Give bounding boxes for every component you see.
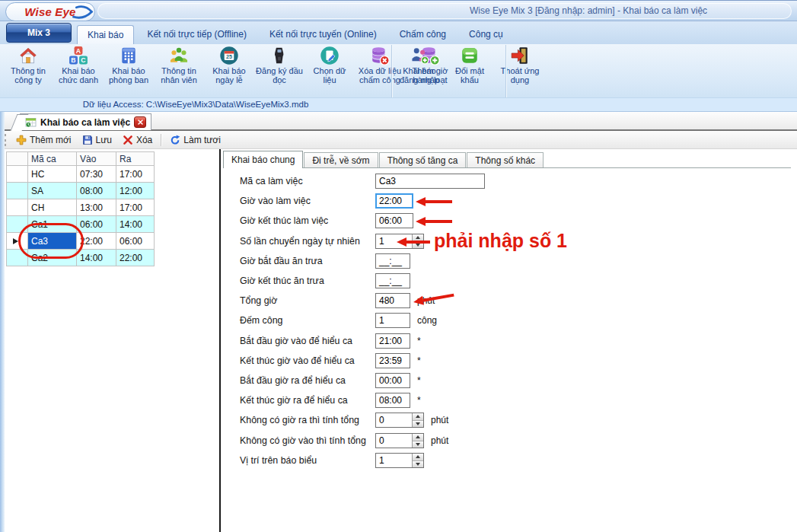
save-button[interactable]: Lưu [77,132,117,148]
form-row-12: Không có giờ ra thì tính tổng0phút [240,413,797,428]
holiday-button[interactable]: 25Khai báo ngày lễ [204,45,254,85]
shift-cell-vao[interactable]: 22:00 [77,233,116,250]
field-control: 00:00* [375,373,421,388]
column-header[interactable]: Ra [116,152,155,166]
shift-cell-ma-ca[interactable]: Ca1 [28,216,77,233]
spinner-value[interactable]: 1 [376,454,412,467]
shift-cell-ra[interactable]: 17:00 [116,199,155,216]
row-selector-cell[interactable] [7,216,28,233]
delete-button[interactable]: Xóa [117,132,158,148]
field-input[interactable]: 23:59 [375,353,410,368]
row-selector-cell[interactable] [7,183,28,199]
row-selector-cell[interactable] [7,166,28,183]
shift-row-hc[interactable]: HC07:3017:00 [7,166,155,183]
shift-cell-ma-ca[interactable]: CH [28,199,77,216]
row-selector-cell[interactable] [7,233,28,250]
field-input[interactable]: 21:00 [375,333,410,349]
shift-row-ca2[interactable]: Ca214:0022:00 [7,250,155,266]
spinner-up-button[interactable] [413,454,423,461]
column-header[interactable]: Mã ca [28,152,77,166]
select-data-button[interactable]: Chọn dữ liệu [304,45,355,85]
field-input[interactable]: __:__ [375,253,410,269]
spinner-down-button[interactable] [413,242,423,249]
spinner-up-button[interactable] [413,234,423,242]
form-row-1: Giờ vào làm việc22:00 [240,193,797,209]
department-button[interactable]: Khai báo phòng ban [104,45,154,85]
field-input[interactable]: 08:00 [375,393,410,408]
shift-row-ca1[interactable]: Ca106:0014:00 [7,216,155,233]
login-button[interactable]: Khai báo đăng nhập [394,45,445,85]
toolbar-button-label: Xóa [136,135,152,145]
shift-cell-ma-ca[interactable]: Ca3 [28,233,77,250]
company-button[interactable]: Thông tin công ty [3,45,53,85]
field-input[interactable]: 06:00 [375,213,413,228]
shift-row-ch[interactable]: CH13:0017:00 [7,199,155,216]
detail-tab-1[interactable]: Đi trễ, về sớm [304,152,378,167]
ribbon-tab-3[interactable]: Chấm công [390,25,456,43]
shift-cell-ma-ca[interactable]: HC [28,166,77,183]
shift-cell-vao[interactable]: 14:00 [77,250,116,266]
shift-cell-ra[interactable]: 14:00 [116,216,155,233]
annotation-arrow-icon [416,196,452,206]
shift-cell-vao[interactable]: 08:00 [77,183,116,199]
field-suffix: * [417,336,421,346]
spinner-down-button[interactable] [413,441,423,448]
field-input[interactable]: 00:00 [375,373,410,388]
close-tab-button[interactable] [134,116,146,128]
field-spinner[interactable]: 0 [375,413,424,428]
app-window: Wise Eye Wise Eye Mix 3 [Đăng nhập: admi… [0,0,797,532]
add-button[interactable]: Thêm mới [11,132,77,148]
field-spinner[interactable]: 0 [375,433,424,448]
save-icon [82,135,93,145]
spinner-value[interactable]: 1 [376,234,412,248]
employee-button[interactable]: Thông tin nhân viên [154,45,204,85]
svg-text:25: 25 [226,54,232,59]
field-input[interactable]: __:__ [375,273,410,288]
field-input[interactable]: 1 [375,313,410,328]
ribbon-tab-0[interactable]: Khai báo [77,25,134,44]
shift-cell-ra[interactable]: 06:00 [116,233,155,250]
ribbon-tab-2[interactable]: Kết nối trực tuyến (Online) [260,25,387,43]
spinner-up-button[interactable] [413,434,423,441]
spinner-up-button[interactable] [413,413,423,421]
shift-cell-vao[interactable]: 13:00 [77,199,116,216]
field-control: 23:59* [375,353,421,368]
title-button[interactable]: ABCKhai báo chức danh [53,45,104,85]
spinner-down-button[interactable] [413,421,423,428]
password-button[interactable]: Đổi mật khẩu [445,45,495,85]
spinner-down-button[interactable] [413,461,423,468]
detail-tab-0[interactable]: Khai báo chung [223,151,303,168]
field-spinner[interactable]: 1 [375,234,424,249]
spinner-value[interactable]: 0 [376,434,412,448]
reader-button[interactable]: Đăng ký đầu đọc [254,45,304,85]
column-header[interactable]: Vào [77,152,116,166]
document-tab-shift-declaration[interactable]: Khai báo ca làm việc [20,113,151,130]
shift-cell-ra[interactable]: 22:00 [116,250,155,266]
ribbon-tab-4[interactable]: Công cụ [459,25,513,43]
form-row-13: Không có giờ vào thì tính tổng0phút [240,433,797,448]
ribbon-body: Thông tin công tyABCKhai báo chức danhKh… [0,44,797,97]
shift-cell-ra[interactable]: 12:00 [116,183,155,199]
exit-button[interactable]: Thoát ứng dụng [495,45,545,85]
row-selector-cell[interactable] [7,250,28,266]
app-menu-button[interactable]: Mix 3 [6,23,72,43]
shift-cell-vao[interactable]: 06:00 [77,216,116,233]
field-input[interactable]: 22:00 [375,193,413,209]
spinner-value[interactable]: 0 [376,413,412,427]
shift-row-sa[interactable]: SA08:0012:00 [7,183,155,199]
refresh-button[interactable]: Làm tươi [164,132,226,148]
shift-cell-ma-ca[interactable]: Ca2 [28,250,77,266]
detail-tab-2[interactable]: Thông số tăng ca [379,152,467,167]
detail-tab-3[interactable]: Thông số khác [467,152,544,167]
shift-cell-ma-ca[interactable]: SA [28,183,77,199]
field-label: Tổng giờ [240,293,277,308]
row-selector-cell[interactable] [7,199,28,216]
ribbon-tab-1[interactable]: Kết nối trực tiếp (Offline) [137,25,257,43]
shift-cell-ra[interactable]: 17:00 [116,166,155,183]
shift-cell-vao[interactable]: 07:30 [77,166,116,183]
field-spinner[interactable]: 1 [375,453,424,468]
field-input[interactable]: Ca3 [375,174,485,189]
window-left-border [0,112,5,532]
shift-row-ca3[interactable]: Ca322:0006:00 [7,233,155,250]
field-input[interactable]: 480 [375,293,410,308]
